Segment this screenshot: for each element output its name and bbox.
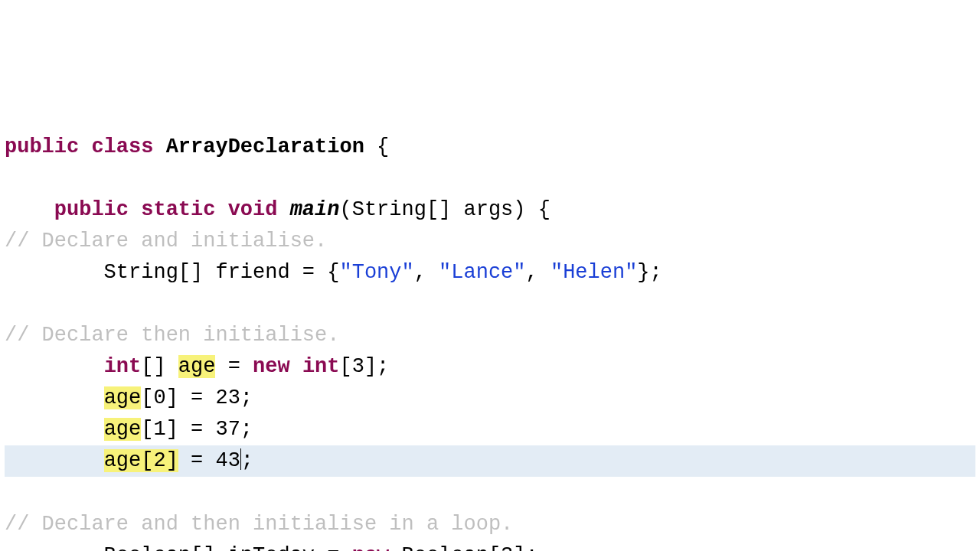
code-editor[interactable]: public class ArrayDeclaration { public s… [5, 132, 975, 551]
